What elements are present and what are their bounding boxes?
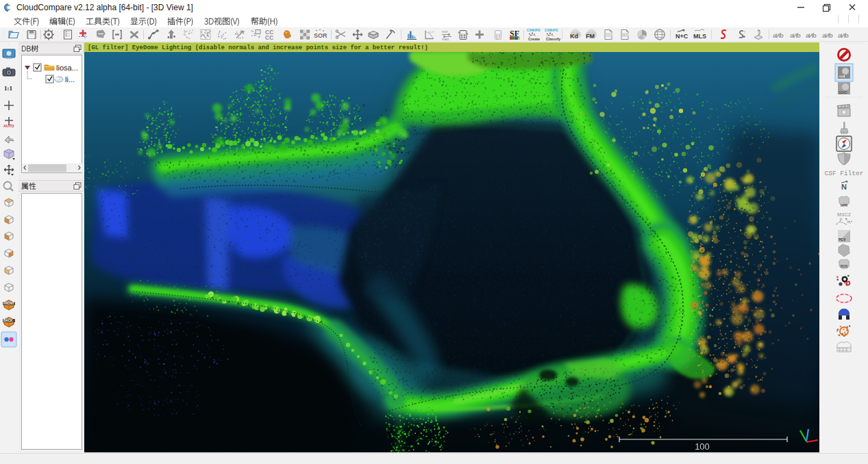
svg-text:DXF: DXF xyxy=(606,34,612,37)
svg-text:1:1: 1:1 xyxy=(4,85,12,92)
svg-text:SSAO: SSAO xyxy=(839,91,847,94)
svg-text:N: N xyxy=(841,183,847,191)
svg-text:PCV: PCV xyxy=(839,237,846,242)
svg-text:aИb: aИb xyxy=(806,31,817,39)
svg-text:MLS: MLS xyxy=(693,33,706,40)
svg-text:aИb: aИb xyxy=(838,31,849,39)
svg-text:max: max xyxy=(442,37,449,41)
svg-text:liosa...: liosa... xyxy=(56,64,78,72)
svg-text:RGB: RGB xyxy=(841,265,848,268)
svg-text:min: min xyxy=(442,29,448,34)
svg-text:aИb: aИb xyxy=(773,31,784,39)
svg-text:CC: CC xyxy=(265,34,273,41)
svg-text:FRONT: FRONT xyxy=(3,302,14,305)
svg-text:BACK: BACK xyxy=(3,319,13,322)
svg-text:aИb: aИb xyxy=(822,31,833,39)
svg-text:HPR: HPR xyxy=(841,204,848,207)
svg-text:Classify: Classify xyxy=(546,37,561,41)
svg-text:Create: Create xyxy=(528,37,540,41)
svg-text:100: 100 xyxy=(695,441,710,452)
svg-text:aИb: aИb xyxy=(790,31,801,39)
svg-text:FM: FM xyxy=(586,33,595,40)
svg-text:SOR: SOR xyxy=(314,32,327,39)
svg-text:Kd: Kd xyxy=(570,33,578,40)
svg-text:μ,σ: μ,σ xyxy=(429,29,434,34)
svg-text:EDL: EDL xyxy=(839,75,845,79)
svg-text:li...: li... xyxy=(65,75,75,83)
svg-text:CSF Filter: CSF Filter xyxy=(824,170,863,177)
svg-text:CANUPO: CANUPO xyxy=(527,29,541,32)
svg-text:CANUPO: CANUPO xyxy=(545,29,558,32)
svg-text:M3C2: M3C2 xyxy=(837,211,851,218)
svg-text:CSV: CSV xyxy=(622,34,630,37)
svg-text:N+C: N+C xyxy=(675,33,689,40)
svg-text:SF: SF xyxy=(510,29,519,38)
svg-text:AUTO: AUTO xyxy=(3,124,14,128)
